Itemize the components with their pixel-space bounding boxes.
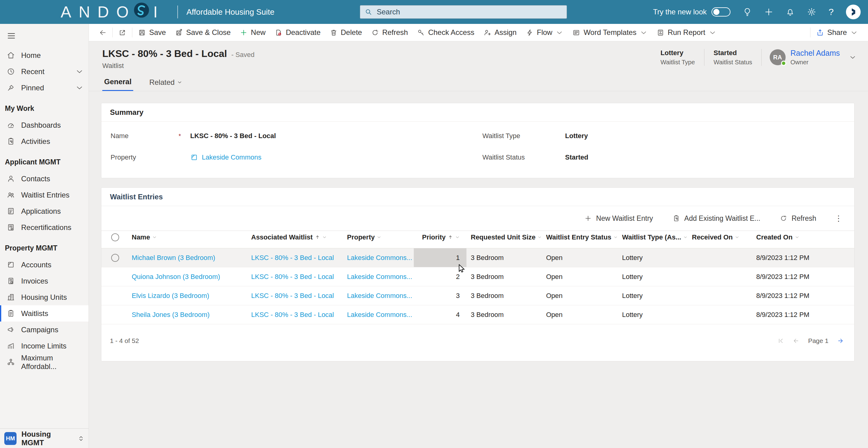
associated-waitlist-link[interactable]: LKSC - 80% - 3 Bed - Local [251,292,334,300]
first-page-button[interactable] [777,338,784,344]
created-on-cell[interactable]: 8/9/2023 1:12 PM [752,305,854,324]
unit-size-cell[interactable]: 3 Bedroom [466,286,542,305]
quick-create-button[interactable] [764,7,773,17]
status-cell[interactable]: Open [542,305,618,324]
assign-button[interactable]: Assign [479,24,521,41]
created-on-cell[interactable]: 8/9/2023 1:12 PM [752,267,854,286]
table-row[interactable]: Quiona Johnson (3 Bedroom) LKSC - 80% - … [101,267,854,286]
sidebar-item-invoices[interactable]: Invoices [0,273,89,289]
table-row[interactable]: Sheila Jones (3 Bedroom) LKSC - 80% - 3 … [101,305,854,324]
column-header-name[interactable]: Name [127,231,247,244]
flow-button[interactable]: Flow [521,24,568,41]
column-header-associated-waitlist[interactable]: Associated Waitlist [247,231,343,244]
associated-waitlist-link[interactable]: LKSC - 80% - 3 Bed - Local [251,273,334,281]
avatar[interactable]: RA [770,49,785,65]
tab-general[interactable]: General [102,77,133,91]
share-button[interactable]: Share [812,24,863,41]
column-header-received-on[interactable]: Received On [688,231,752,244]
type-cell[interactable]: Lottery [618,248,688,267]
column-header-requested-unit-size[interactable]: Requested Unit Size [466,231,542,244]
priority-cell[interactable]: 2 [414,267,466,286]
save-and-close-button[interactable]: Save & Close [170,24,235,41]
subgrid-refresh-button[interactable]: Refresh [778,214,818,223]
column-header-priority[interactable]: Priority [414,231,466,244]
hamburger-button[interactable] [0,24,89,42]
word-templates-button[interactable]: Word Templates [568,24,652,41]
unit-size-cell[interactable]: 3 Bedroom [466,248,542,267]
owner-field[interactable]: RA Rachel Adams Owner [762,49,848,66]
sidebar-item-maximum-affordable[interactable]: Maximum Affordabl... [0,354,89,370]
entry-name-link[interactable]: Michael Brown (3 Bedroom) [132,254,215,262]
column-header-waitlist-type[interactable]: Waitlist Type (As... [618,231,688,244]
created-on-cell[interactable]: 8/9/2023 1:12 PM [752,286,854,305]
area-switcher[interactable]: HM Housing MGMT [0,428,89,448]
type-cell[interactable]: Lottery [618,305,688,324]
column-header-waitlist-entry-status[interactable]: Waitlist Entry Status [542,231,618,244]
table-row[interactable]: Michael Brown (3 Bedroom) LKSC - 80% - 3… [101,248,854,267]
priority-cell[interactable]: 4 [414,305,466,324]
sidebar-item-housing-units[interactable]: Housing Units [0,289,89,305]
new-waitlist-entry-button[interactable]: New Waitlist Entry [583,214,655,223]
search-input[interactable] [376,7,562,17]
type-cell[interactable]: Lottery [618,286,688,305]
created-on-cell[interactable]: 8/9/2023 1:12 PM [752,248,854,267]
run-report-button[interactable]: Run Report [652,24,721,41]
settings-button[interactable] [807,7,816,17]
received-on-cell[interactable] [688,305,752,324]
status-cell[interactable]: Open [542,267,618,286]
owner-name-link[interactable]: Rachel Adams [790,49,840,58]
sidebar-item-waitlists[interactable]: Waitlists [0,305,89,322]
sidebar-item-income-limits[interactable]: Income Limits [0,338,89,354]
received-on-cell[interactable] [688,267,752,286]
sidebar-item-accounts[interactable]: Accounts [0,257,89,273]
lightbulb-button[interactable] [743,7,752,17]
property-lookup-link[interactable]: Lakeside Commons [190,153,261,161]
sidebar-item-activities[interactable]: Activities [0,133,89,150]
sidebar-item-applications[interactable]: Applications [0,203,89,219]
delete-button[interactable]: Delete [325,24,367,41]
help-button[interactable]: ? [829,7,834,17]
sidebar-item-contacts[interactable]: Contacts [0,170,89,187]
property-link[interactable]: Lakeside Commons... [347,311,412,319]
associated-waitlist-link[interactable]: LKSC - 80% - 3 Bed - Local [251,254,334,262]
field-value[interactable]: LKSC - 80% - 3 Bed - Local [190,132,276,140]
column-header-created-on[interactable]: Created On [752,231,854,244]
status-cell[interactable]: Open [542,248,618,267]
next-page-button[interactable] [837,338,844,344]
sidebar-item-waitlist-entries[interactable]: Waitlist Entries [0,187,89,203]
table-row[interactable]: Elvis Lizardo (3 Bedroom) LKSC - 80% - 3… [101,286,854,305]
unit-size-cell[interactable]: 3 Bedroom [466,267,542,286]
received-on-cell[interactable] [688,248,752,267]
back-button[interactable] [94,24,111,41]
entry-name-link[interactable]: Quiona Johnson (3 Bedroom) [132,273,220,281]
sidebar-item-pinned[interactable]: Pinned [0,79,89,96]
row-checkbox[interactable] [111,254,119,262]
previous-page-button[interactable] [793,338,799,344]
unit-size-cell[interactable]: 3 Bedroom [466,305,542,324]
field-value[interactable]: Started [565,153,588,161]
check-access-button[interactable]: Check Access [412,24,479,41]
new-look-toggle[interactable] [712,7,731,17]
more-commands-button[interactable]: ⋮ [834,214,843,223]
collapse-header-button[interactable] [848,54,858,61]
property-link[interactable]: Lakeside Commons... [347,254,412,262]
entry-name-link[interactable]: Sheila Jones (3 Bedroom) [132,311,210,319]
associated-waitlist-link[interactable]: LKSC - 80% - 3 Bed - Local [251,311,334,319]
add-existing-button[interactable]: Add Existing Waitlist E... [671,214,762,223]
sidebar-item-campaigns[interactable]: Campaigns [0,322,89,338]
priority-cell-selected[interactable]: 1 [414,248,466,267]
sidebar-item-dashboards[interactable]: Dashboards [0,117,89,133]
deactivate-button[interactable]: Deactivate [270,24,325,41]
entry-name-link[interactable]: Elvis Lizardo (3 Bedroom) [132,292,209,300]
property-link[interactable]: Lakeside Commons... [347,292,412,300]
select-all-checkbox[interactable] [111,233,119,241]
priority-cell[interactable]: 3 [414,286,466,305]
status-cell[interactable]: Open [542,286,618,305]
property-link[interactable]: Lakeside Commons... [347,273,412,281]
new-button[interactable]: New [235,24,270,41]
sidebar-item-recertifications[interactable]: Recertifications [0,219,89,235]
tab-related[interactable]: Related [147,77,184,91]
sidebar-item-recent[interactable]: Recent [0,63,89,79]
save-button[interactable]: Save [133,24,170,41]
notifications-button[interactable] [785,7,795,17]
